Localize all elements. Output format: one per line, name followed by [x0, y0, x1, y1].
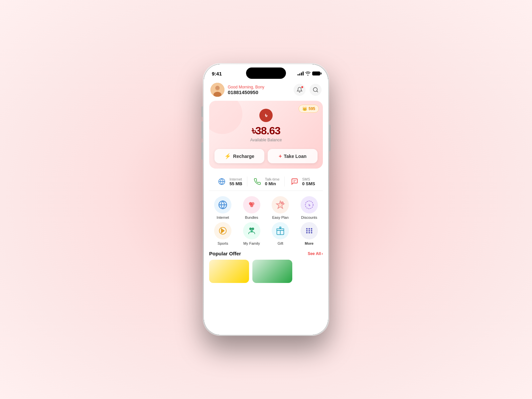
offer-card-2[interactable]: [252, 260, 292, 283]
easy-plan-service-label: Easy Plan: [272, 215, 289, 219]
internet-stat-icon: [217, 177, 227, 187]
service-easy-plan[interactable]: Easy Plan: [267, 196, 294, 219]
more-service-label: More: [305, 241, 314, 245]
internet-service-label: Internet: [217, 215, 229, 219]
bundles-service-label: Bundles: [245, 215, 258, 219]
service-more[interactable]: More: [296, 222, 323, 245]
dynamic-island: [246, 67, 286, 79]
loan-label: Take Loan: [284, 154, 307, 159]
my-family-service-icon: [243, 222, 260, 239]
phone-inner: 9:41: [204, 64, 328, 335]
service-bundles[interactable]: Bundles: [238, 196, 266, 219]
balance-buttons: ⚡ Recharge + Take Loan: [214, 149, 318, 163]
svg-point-16: [249, 228, 252, 230]
svg-point-21: [308, 230, 310, 232]
gift-service-icon: [272, 222, 289, 239]
bundles-service-icon: [243, 196, 260, 213]
balance-amount: ৳38.63: [214, 125, 318, 137]
svg-point-25: [311, 228, 312, 230]
discounts-service-icon: ৳: [301, 196, 318, 213]
status-icons: [298, 71, 320, 75]
service-gift[interactable]: Gift: [267, 222, 294, 245]
app-header: Good Morning, Bony 01881450950: [204, 79, 328, 99]
signal-icon: [298, 71, 304, 75]
svg-point-24: [308, 228, 310, 230]
svg-point-17: [252, 228, 254, 230]
internet-stat: Internet 55 MB: [217, 177, 242, 187]
wifi-icon: [305, 71, 311, 75]
sms-stat-text: SMS 0 SMS: [302, 177, 315, 186]
sms-stat-icon: [290, 177, 300, 187]
battery-icon: [312, 71, 320, 75]
svg-point-28: [311, 232, 312, 234]
discounts-service-label: Discounts: [301, 215, 317, 219]
section-header: Popular Offer See All ›: [209, 251, 323, 256]
notification-button[interactable]: [294, 84, 306, 96]
phone-frame: 9:41: [203, 63, 329, 336]
sms-label: SMS: [302, 177, 315, 181]
services-grid: Internet Bundles: [204, 191, 328, 247]
header-left: Good Morning, Bony 01881450950: [210, 83, 264, 97]
avatar-image: [210, 83, 224, 97]
offer-cards: [209, 260, 323, 283]
service-internet[interactable]: Internet: [209, 196, 237, 219]
stats-row: Internet 55 MB Talk-time 0: [209, 173, 323, 191]
see-all-button[interactable]: See All ›: [308, 251, 323, 256]
search-button[interactable]: [310, 84, 322, 96]
sports-service-label: Sports: [217, 241, 228, 245]
sms-value: 0 SMS: [302, 181, 315, 186]
internet-label: Internet: [229, 177, 242, 181]
easy-plan-service-icon: [272, 196, 289, 213]
more-service-icon: [301, 222, 318, 239]
svg-text:৳: ৳: [308, 202, 310, 207]
crown-badge: 👑 595: [299, 105, 319, 113]
gift-service-label: Gift: [278, 241, 283, 245]
internet-service-icon: [214, 196, 231, 213]
talktime-stat-text: Talk-time 0 Min: [265, 177, 280, 186]
recharge-button[interactable]: ⚡ Recharge: [214, 149, 264, 163]
volume-up-button[interactable]: [201, 121, 203, 139]
talktime-stat: Talk-time 0 Min: [252, 177, 280, 187]
search-icon: [313, 87, 319, 93]
svg-point-3: [215, 86, 219, 90]
sports-service-icon: [214, 222, 231, 239]
header-right: [294, 84, 322, 96]
power-button[interactable]: [329, 125, 331, 151]
screen-content: Good Morning, Bony 01881450950: [204, 79, 328, 335]
svg-point-27: [308, 232, 310, 234]
offer-card-1[interactable]: [209, 260, 249, 283]
lightning-icon: ⚡: [224, 153, 231, 159]
greeting-text: Good Morning, Bony: [228, 85, 264, 89]
mute-button[interactable]: [201, 106, 203, 117]
take-loan-button[interactable]: + Take Loan: [268, 149, 318, 163]
notification-dot: [301, 86, 304, 88]
status-time: 9:41: [212, 71, 222, 76]
service-discounts[interactable]: ৳ Discounts: [296, 196, 323, 219]
balance-card: 👑 595 ৳ ৳38.63 Available Balance ⚡ Rec: [209, 101, 323, 169]
service-my-family[interactable]: My Family: [238, 222, 266, 245]
crown-icon: 👑: [302, 106, 307, 111]
svg-point-22: [311, 230, 312, 232]
popular-offer-section: Popular Offer See All ›: [204, 247, 328, 284]
phone-screen: 9:41: [204, 64, 328, 335]
internet-value: 55 MB: [229, 181, 242, 186]
svg-point-26: [306, 232, 308, 234]
balance-label: Available Balance: [214, 138, 318, 142]
svg-point-20: [306, 230, 308, 232]
stat-divider-1: [247, 177, 247, 187]
stat-divider-2: [284, 177, 285, 187]
sms-stat: SMS 0 SMS: [290, 177, 315, 187]
svg-point-11: [250, 204, 253, 207]
service-sports[interactable]: Sports: [209, 222, 237, 245]
popular-offer-title: Popular Offer: [209, 251, 241, 256]
svg-point-12: [281, 202, 284, 204]
talktime-stat-icon: [252, 177, 262, 187]
plus-icon: +: [279, 153, 282, 159]
crown-points: 595: [309, 106, 315, 111]
taka-icon: ৳: [259, 109, 273, 122]
avatar[interactable]: [210, 83, 224, 97]
my-family-service-label: My Family: [243, 241, 260, 245]
talktime-label: Talk-time: [265, 177, 280, 181]
internet-stat-text: Internet 55 MB: [229, 177, 242, 186]
volume-down-button[interactable]: [201, 142, 203, 160]
